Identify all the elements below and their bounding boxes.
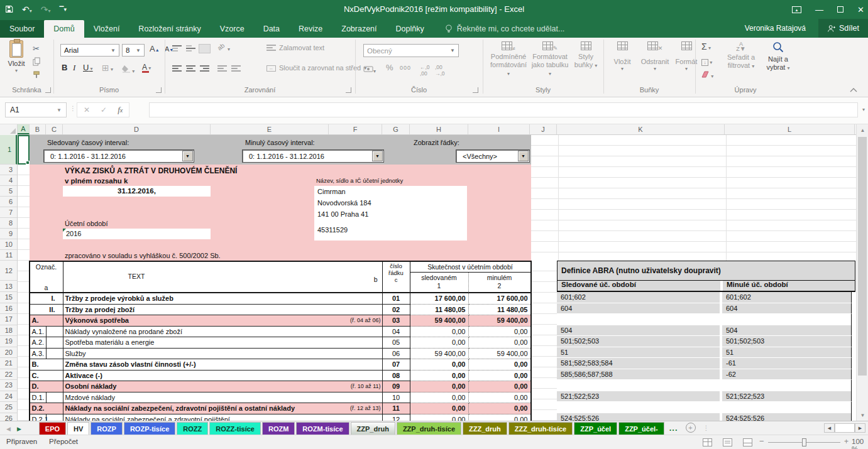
sheet-tab-zzp_druh-tisíce[interactable]: ZZP_druh-tisíce [397,422,461,435]
column-header-G[interactable]: G [382,124,410,134]
zoom-in-icon[interactable]: + [844,437,849,446]
copy-icon[interactable] [33,57,41,68]
row-header-5[interactable]: 5 [0,186,17,197]
scroll-up-icon[interactable]: ▲ [857,124,868,136]
zoom-sl ider[interactable] [768,442,840,443]
cancel-icon[interactable]: ✕ [84,105,90,114]
decrease-decimal-icon[interactable]: ,00→,0 [435,64,445,77]
abra-row[interactable]: 5151 [557,347,855,359]
tab-scroll-left-icon[interactable]: ◀ [6,426,11,432]
row-header-4[interactable]: 4 [0,175,17,186]
increase-indent-icon[interactable] [231,65,241,72]
abra-row[interactable]: 524;525;526524;525;526 [557,413,855,421]
ribbon-tab-vložení[interactable]: Vložení [84,20,129,38]
horizontal-scrollbar[interactable]: ◀ ▶ [824,423,865,433]
row-header-19[interactable]: 19 [0,336,17,347]
font-size-combo[interactable]: 8▼ [122,44,145,57]
insert-cells-button[interactable]: Vložit▾ [608,41,636,72]
ribbon-tab-rozložení-stránky[interactable]: Rozložení stránky [129,20,210,38]
abra-row[interactable]: 581;582;583;584-61 [557,358,855,369]
sheet-tab-zzz_druh[interactable]: ZZZ_druh [463,422,507,435]
sort-filter-button[interactable]: AZ▼ Seřadit afiltrovat ▾ [724,41,758,70]
percent-icon[interactable]: % [386,63,393,72]
sheet-tab-zzp_účel[interactable]: ZZP_účel [574,422,617,435]
column-header-F[interactable]: F [329,124,382,134]
align-bottom-icon[interactable] [199,44,211,53]
orientation-icon[interactable]: ab [216,42,226,52]
column-header-D[interactable]: D [63,124,211,134]
table-row[interactable]: D.Osobní náklady(ř. 10 až 11)090,000,00 [30,381,530,392]
align-top-icon[interactable] [172,45,182,52]
current-interval-dropdown[interactable]: 0: 1.1.2016 - 31.12.2016▼ [43,149,194,163]
number-dialog-launcher[interactable] [473,87,478,93]
abra-row[interactable]: 601;602601;602 [557,292,855,303]
table-row[interactable]: D.2.1.Náklady na sociální zabezpečení a … [30,414,530,421]
table-row[interactable]: D.2.Náklady na sociální zabezpečení, zdr… [30,403,530,414]
hscroll-left-icon[interactable]: ◀ [824,423,835,433]
ribbon-tab-doplňky[interactable]: Doplňky [387,20,434,38]
table-row[interactable]: A.1.Náklady vynaložené na prodané zboží0… [30,327,530,338]
vertical-scrollbar-thumb[interactable] [858,137,867,376]
increase-font-icon[interactable]: A▲ [150,44,160,53]
accounting-format-icon[interactable]: ▾ [363,64,376,75]
column-header-E[interactable]: E [211,124,329,134]
find-select-button[interactable]: Najít avybrat ▾ [762,41,794,72]
column-header-I[interactable]: I [468,124,530,134]
row-header-21[interactable]: 21 [0,358,17,369]
undo-icon[interactable]: ↶▾ [22,5,32,14]
abra-row[interactable] [557,380,855,391]
table-row[interactable]: C.Aktivace (-)080,000,00 [30,371,530,382]
column-header-K[interactable]: K [557,124,725,134]
bold-icon[interactable]: B [62,63,67,72]
abra-row[interactable] [557,314,855,325]
table-row[interactable]: B.Změna stavu zásob vlastní činnosti (+/… [30,359,530,371]
cut-icon[interactable]: ✂ [33,44,40,53]
horizontal-scrollbar-thumb[interactable] [835,423,855,433]
ribbon-tab-soubor[interactable]: Soubor [0,20,44,38]
abra-row[interactable]: 501;502;503501;502;503 [557,336,855,347]
share-button[interactable]: Sdílet [818,19,868,38]
paste-button[interactable]: Vložit ▾ [4,40,29,73]
conditional-formatting-button[interactable]: ≠ Podmíněnéformátování ▾ [489,41,528,78]
align-right-icon[interactable] [200,65,209,72]
column-header-J[interactable]: J [530,124,557,134]
column-header-C[interactable]: C [46,124,63,134]
tab-scroll-right-icon[interactable]: ▶ [17,426,21,432]
table-row[interactable]: A.3.Služby0659 400,0059 400,00 [30,349,530,360]
format-painter-icon[interactable] [33,70,41,82]
row-header-8[interactable]: 8 [0,218,17,229]
entity-cell[interactable]: Cimrman Novodvorská 184 141 00 Praha 41 … [314,186,467,241]
number-format-combo[interactable]: Obecný▼ [363,44,459,57]
ribbon-tab-data[interactable]: Data [254,20,289,38]
row-header-17[interactable]: 17 [0,314,17,325]
row-header-13[interactable]: 13 [0,281,17,292]
name-box[interactable]: A1 ▼ [5,102,67,117]
column-header-L[interactable]: L [725,124,855,134]
sheet-tab-rozm-tisíce[interactable]: ROZM-tisíce [296,422,349,435]
expand-formula-bar-icon[interactable]: ▾ [862,107,865,112]
formula-input[interactable] [149,102,858,117]
table-row[interactable]: D.1.Mzdové náklady100,000,00 [30,392,530,404]
new-sheet-icon[interactable]: + [686,423,696,433]
save-icon[interactable] [5,5,13,14]
clipboard-dialog-launcher[interactable] [45,87,51,93]
sheet-tab-zzp_druh[interactable]: ZZP_druh [351,422,395,435]
insert-function-icon[interactable]: fx [118,105,123,115]
hscroll-right-icon[interactable]: ▶ [855,423,865,433]
merge-center-button[interactable]: ↔ Sloučit a zarovnat na střed ▾ [266,64,366,72]
ribbon-tab-zobrazení[interactable]: Zobrazení [332,20,386,38]
user-name[interactable]: Veronika Ratajová [745,24,806,33]
tabs-overflow-label[interactable]: ... [669,423,678,433]
row-header-15[interactable]: 15 [0,292,17,303]
table-row[interactable]: I.Tržby z prodeje výrobků a služeb0117 6… [30,293,530,305]
sheet-tab-hv[interactable]: HV [67,422,89,435]
row-header-10[interactable]: 10 [0,239,17,250]
row-header-18[interactable]: 18 [0,325,17,337]
minimize-icon[interactable]: — [815,6,823,14]
fill-down-icon[interactable]: ↓ ▾ [701,55,712,67]
enter-icon[interactable]: ✓ [101,105,107,114]
status-calc[interactable]: Přepočet [49,438,78,445]
period-cell[interactable]: 2016 [63,229,211,239]
decrease-indent-icon[interactable] [217,65,227,72]
collapse-ribbon-icon[interactable] [850,88,857,92]
